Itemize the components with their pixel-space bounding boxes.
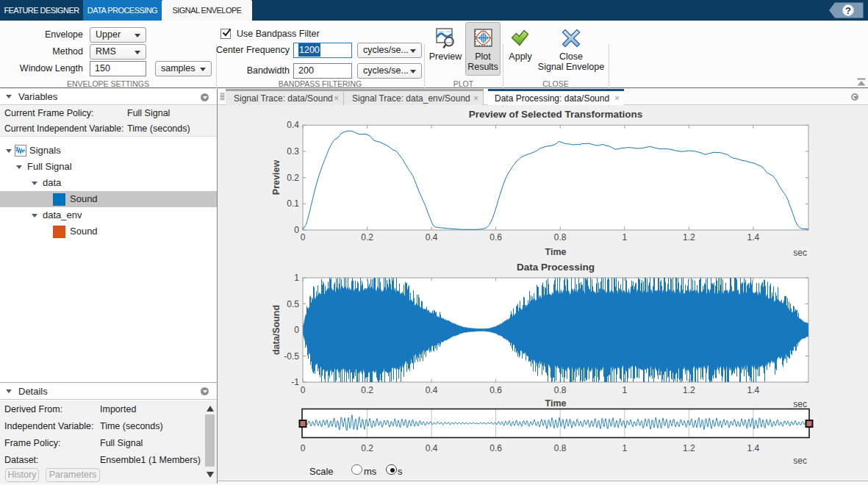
svg-text:0.2: 0.2 [361, 385, 373, 395]
svg-text:0.4: 0.4 [426, 232, 438, 242]
svg-text:Time: Time [545, 247, 567, 257]
svg-text:0.8: 0.8 [554, 232, 567, 242]
svg-text:Preview of Selected Transforma: Preview of Selected Transformations [469, 109, 642, 120]
svg-text:1.4: 1.4 [747, 232, 759, 242]
svg-text:0.2: 0.2 [361, 443, 373, 453]
svg-text:Preview: Preview [271, 160, 281, 195]
svg-text:1: 1 [622, 385, 627, 395]
svg-text:0.8: 0.8 [554, 385, 567, 395]
svg-text:0.6: 0.6 [489, 385, 502, 395]
svg-text:0.4: 0.4 [426, 385, 438, 395]
svg-text:sec: sec [793, 456, 807, 466]
svg-text:0: 0 [301, 385, 306, 395]
svg-text:1.2: 1.2 [683, 232, 695, 242]
svg-text:0.1: 0.1 [287, 198, 299, 209]
svg-text:1.2: 1.2 [683, 385, 695, 395]
svg-text:sec: sec [793, 399, 807, 409]
svg-text:1.4: 1.4 [747, 443, 759, 453]
svg-text:?: ? [845, 5, 851, 16]
svg-text:0: 0 [301, 443, 306, 453]
svg-text:0.2: 0.2 [287, 173, 299, 183]
svg-text:0.2: 0.2 [361, 232, 373, 242]
svg-text:0: 0 [294, 225, 299, 235]
svg-text:1: 1 [622, 232, 627, 242]
svg-text:0.3: 0.3 [287, 146, 299, 157]
svg-text:1: 1 [294, 273, 299, 283]
svg-text:0.8: 0.8 [554, 443, 567, 453]
svg-text:data/Sound: data/Sound [271, 305, 281, 355]
svg-text:0.6: 0.6 [489, 232, 502, 242]
svg-text:sec: sec [793, 248, 807, 258]
svg-text:Time: Time [545, 398, 567, 409]
svg-text:-1: -1 [291, 377, 299, 387]
svg-text:0: 0 [301, 232, 306, 242]
svg-text:-0.5: -0.5 [284, 351, 299, 362]
svg-text:1: 1 [622, 443, 627, 453]
svg-text:0.6: 0.6 [489, 443, 502, 453]
svg-text:0.4: 0.4 [426, 443, 438, 453]
svg-text:0.4: 0.4 [287, 120, 299, 130]
svg-text:1.4: 1.4 [747, 385, 759, 395]
svg-text:0: 0 [294, 325, 299, 335]
svg-text:1.2: 1.2 [683, 443, 695, 453]
svg-text:0.5: 0.5 [287, 299, 299, 309]
svg-text:Data Processing: Data Processing [517, 262, 595, 273]
